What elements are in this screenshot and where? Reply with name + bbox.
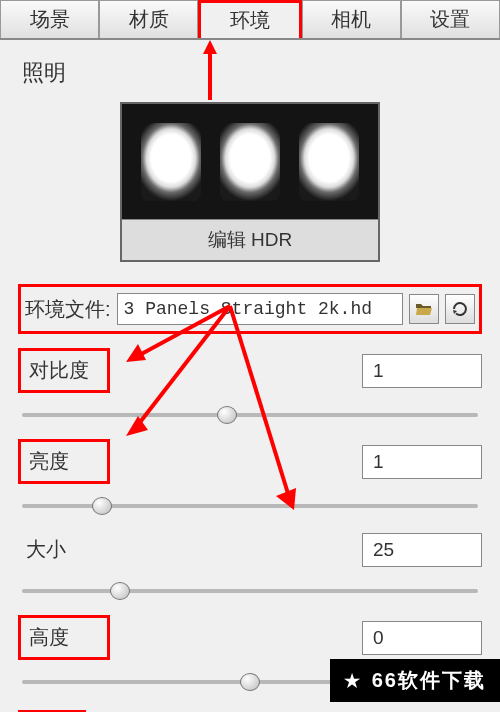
environment-file-label: 环境文件: (25, 296, 111, 323)
contrast-slider[interactable] (18, 403, 482, 425)
height-row: 高度 0 (18, 615, 482, 660)
lighting-title: 照明 (22, 58, 482, 88)
size-row: 大小 25 (18, 530, 482, 569)
size-value[interactable]: 25 (362, 533, 482, 567)
hdr-preview[interactable]: 编辑 HDR (120, 102, 380, 262)
refresh-button[interactable] (445, 294, 475, 324)
hdr-light-panel (141, 123, 201, 201)
hdr-light-panel (299, 123, 359, 201)
hdr-preview-image (122, 104, 378, 219)
tab-scene[interactable]: 场景 (0, 0, 99, 38)
hdr-light-panel (220, 123, 280, 201)
watermark: ★ 66软件下载 (330, 659, 500, 702)
tab-settings[interactable]: 设置 (401, 0, 500, 38)
size-label: 大小 (18, 530, 110, 569)
watermark-text: 66软件下载 (372, 667, 486, 694)
environment-file-row: 环境文件: 3 Panels Straight 2k.hd (18, 284, 482, 334)
height-label: 高度 (18, 615, 110, 660)
refresh-icon (451, 300, 469, 318)
tab-environment[interactable]: 环境 (198, 0, 301, 38)
contrast-label: 对比度 (18, 348, 110, 393)
top-tabs: 场景 材质 环境 相机 设置 (0, 0, 500, 40)
contrast-value[interactable]: 1 (362, 354, 482, 388)
star-icon: ★ (344, 670, 362, 692)
height-value[interactable]: 0 (362, 621, 482, 655)
brightness-label: 亮度 (18, 439, 110, 484)
environment-panel: 照明 编辑 HDR 环境文件: 3 Panels Straight 2k.hd … (0, 40, 500, 712)
brightness-slider[interactable] (18, 494, 482, 516)
contrast-row: 对比度 1 (18, 348, 482, 393)
folder-open-icon (415, 301, 433, 317)
open-file-button[interactable] (409, 294, 439, 324)
environment-file-input[interactable]: 3 Panels Straight 2k.hd (117, 293, 403, 325)
tab-camera[interactable]: 相机 (302, 0, 401, 38)
size-slider[interactable] (18, 579, 482, 601)
brightness-row: 亮度 1 (18, 439, 482, 484)
edit-hdr-button[interactable]: 编辑 HDR (122, 219, 378, 260)
brightness-value[interactable]: 1 (362, 445, 482, 479)
tab-material[interactable]: 材质 (99, 0, 198, 38)
